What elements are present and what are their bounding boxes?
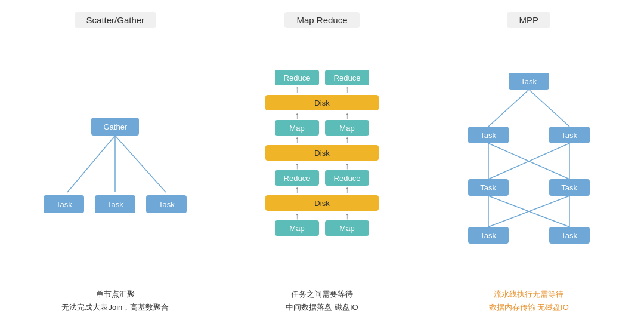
svg-line-7 bbox=[488, 143, 569, 179]
sg-diagram-container: Gather Task Task Task bbox=[38, 100, 193, 219]
svg-line-11 bbox=[488, 196, 569, 227]
svg-line-2 bbox=[115, 136, 166, 192]
mpp-task-top: Task bbox=[509, 73, 549, 90]
mpp-caption: 流水线执行无需等待 数据内存传输 无磁盘IO bbox=[489, 288, 569, 314]
svg-line-0 bbox=[67, 136, 115, 192]
mpp-task-bottom-left: Task bbox=[468, 227, 509, 244]
scatter-gather-header: Scatter/Gather bbox=[75, 12, 157, 28]
reduce-node-2: Reduce bbox=[325, 70, 369, 85]
map-node-4: Map bbox=[325, 220, 369, 236]
mpp-task-mid-left: Task bbox=[468, 127, 509, 143]
panel-scatter-gather: Scatter/Gather bbox=[12, 6, 219, 320]
panel-mpp: MPP bbox=[425, 6, 632, 320]
mr-arrows-5: ↑ ↑ bbox=[250, 186, 394, 194]
map-node-1: Map bbox=[275, 120, 319, 136]
mr-reduce-top-row: Reduce Reduce bbox=[250, 70, 394, 85]
panel-map-reduce: Map Reduce Reduce Reduce ↑ ↑ bbox=[219, 6, 426, 320]
sg-caption: 单节点汇聚 无法完成大表Join，高基数聚合 bbox=[61, 288, 169, 314]
svg-line-4 bbox=[488, 90, 529, 127]
task-node-1: Task bbox=[44, 195, 84, 213]
mr-arrows-2: ↑ ↑ bbox=[250, 112, 394, 120]
svg-line-8 bbox=[488, 143, 569, 179]
mr-diagram-container: Reduce Reduce ↑ ↑ Disk ↑ bbox=[250, 70, 394, 249]
mr-arrows-3: ↑ ↑ bbox=[250, 136, 394, 144]
task-node-3: Task bbox=[146, 195, 187, 213]
mr-arrows-6: ↑ ↑ bbox=[250, 212, 394, 220]
map-reduce-diagram: Reduce Reduce ↑ ↑ Disk ↑ bbox=[225, 36, 420, 283]
map-node-3: Map bbox=[275, 220, 319, 236]
gather-node: Gather bbox=[91, 118, 139, 136]
mpp-task-bot-right: Task bbox=[549, 179, 590, 196]
reduce-node-3: Reduce bbox=[275, 170, 319, 186]
reduce-node-1: Reduce bbox=[275, 70, 319, 85]
map-reduce-header: Map Reduce bbox=[284, 12, 359, 28]
mpp-header: MPP bbox=[507, 12, 550, 28]
mr-arrows-4: ↑ ↑ bbox=[250, 162, 394, 170]
scatter-gather-diagram: Gather Task Task Task bbox=[18, 36, 213, 283]
mr-reduce-bot-row: Reduce Reduce bbox=[250, 170, 394, 186]
mr-map-top-row: Map Map bbox=[250, 120, 394, 136]
mpp-diagram: Task Task Task Task Task bbox=[431, 36, 626, 283]
disk-node-2: Disk bbox=[265, 145, 379, 161]
map-node-2: Map bbox=[325, 120, 369, 136]
disk-node-3: Disk bbox=[265, 195, 379, 211]
mpp-task-bot-left: Task bbox=[468, 179, 509, 196]
mpp-diagram-container: Task Task Task Task Task bbox=[451, 73, 606, 246]
svg-line-12 bbox=[488, 196, 569, 227]
mpp-connectors bbox=[451, 73, 606, 246]
mr-arrows-1: ↑ ↑ bbox=[250, 85, 394, 94]
mpp-task-mid-right: Task bbox=[549, 127, 590, 143]
mr-map-bot-row: Map Map bbox=[250, 220, 394, 236]
disk-node-1: Disk bbox=[265, 95, 379, 110]
task-node-2: Task bbox=[95, 195, 135, 213]
reduce-node-4: Reduce bbox=[325, 170, 369, 186]
svg-line-5 bbox=[529, 90, 569, 127]
main-container: Scatter/Gather bbox=[0, 0, 644, 326]
mpp-task-bottom-right: Task bbox=[549, 227, 590, 244]
mr-caption: 任务之间需要等待 中间数据落盘 磁盘IO bbox=[286, 288, 358, 314]
